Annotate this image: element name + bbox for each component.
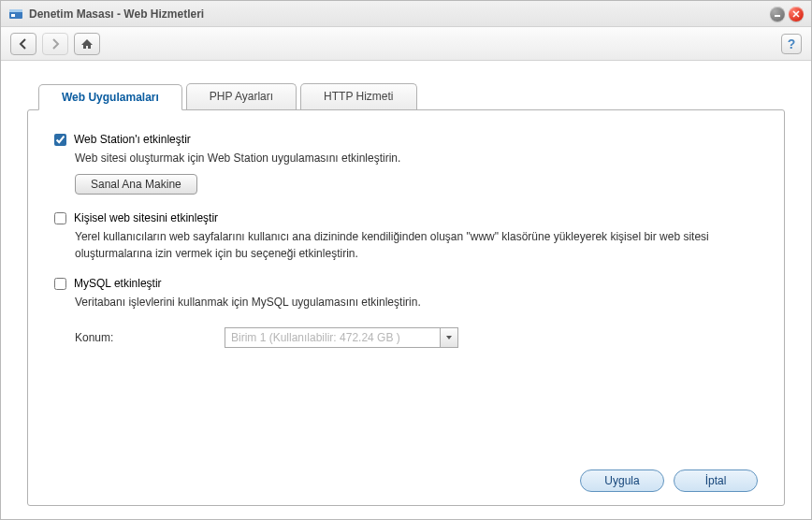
- apply-button[interactable]: Uygula: [580, 469, 664, 492]
- help-button[interactable]: ?: [781, 34, 802, 54]
- mysql-description: Veritabanı işlevlerini kullanmak için My…: [75, 294, 758, 311]
- tab-php-settings[interactable]: PHP Ayarları: [186, 83, 297, 109]
- tab-strip: Web Uygulamaları PHP Ayarları HTTP Hizme…: [38, 83, 785, 109]
- titlebar: Denetim Masası - Web Hizmetleri: [1, 1, 811, 27]
- tab-web-applications[interactable]: Web Uygulamaları: [38, 84, 182, 110]
- personal-site-label: Kişisel web sitesini etkinleştir: [74, 211, 218, 224]
- control-panel-window: Denetim Masası - Web Hizmetleri ? Web Uy…: [0, 0, 812, 520]
- chevron-down-icon[interactable]: [440, 327, 458, 348]
- webstation-description: Web sitesi oluşturmak için Web Station u…: [75, 150, 758, 166]
- virtual-host-button[interactable]: Sanal Ana Makine: [75, 174, 197, 195]
- app-icon: [8, 7, 23, 22]
- window-controls: [770, 7, 804, 22]
- home-button[interactable]: [74, 33, 100, 55]
- web-applications-panel: Web Station'ı etkinleştir Web sitesi olu…: [27, 109, 785, 506]
- personal-site-description: Yerel kullanıcıların web sayfalarını kul…: [75, 228, 758, 262]
- minimize-button[interactable]: [770, 7, 785, 22]
- svg-rect-2: [11, 14, 15, 17]
- mysql-checkbox[interactable]: [54, 278, 66, 290]
- mysql-location-select[interactable]: [225, 327, 458, 348]
- svg-rect-3: [775, 15, 780, 17]
- personal-site-checkbox[interactable]: [54, 212, 66, 224]
- svg-rect-1: [9, 9, 22, 12]
- window-title: Denetim Masası - Web Hizmetleri: [29, 7, 770, 21]
- footer-buttons: Uygula İptal: [54, 460, 758, 492]
- close-button[interactable]: [789, 7, 804, 22]
- back-button[interactable]: [10, 33, 36, 55]
- tab-http-service[interactable]: HTTP Hizmeti: [300, 83, 416, 109]
- webstation-checkbox[interactable]: [54, 134, 66, 146]
- webstation-row: Web Station'ı etkinleştir: [54, 133, 758, 146]
- mysql-location-row: Konum:: [75, 327, 758, 348]
- webstation-label: Web Station'ı etkinleştir: [74, 133, 191, 146]
- cancel-button[interactable]: İptal: [674, 469, 758, 492]
- personal-site-row: Kişisel web sitesini etkinleştir: [54, 211, 758, 224]
- mysql-row: MySQL etkinleştir: [54, 277, 758, 290]
- body-area: Web Uygulamaları PHP Ayarları HTTP Hizme…: [1, 61, 811, 519]
- mysql-label: MySQL etkinleştir: [74, 277, 162, 290]
- mysql-location-input[interactable]: [225, 327, 458, 348]
- toolbar: ?: [1, 27, 811, 61]
- mysql-location-label: Konum:: [75, 331, 225, 344]
- forward-button[interactable]: [42, 33, 68, 55]
